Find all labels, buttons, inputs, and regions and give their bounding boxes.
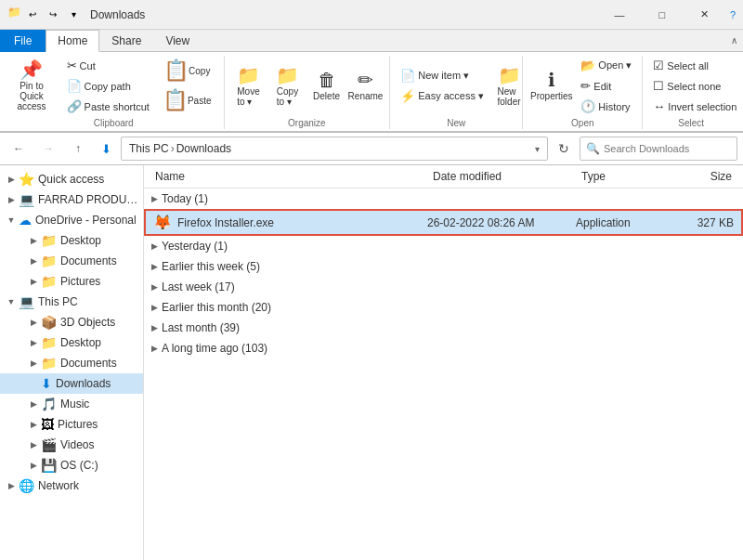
- sidebar-label-music: Music: [60, 397, 89, 410]
- edit-button[interactable]: ✏ Edit: [576, 76, 636, 96]
- sidebar-item-documents-od[interactable]: ▶ 📁 Documents: [0, 251, 143, 271]
- group-last-month[interactable]: ▶ Last month (39): [144, 318, 743, 338]
- paste-button[interactable]: 📋 Paste: [156, 86, 218, 116]
- pin-to-quick-access-button[interactable]: 📌 Pin to Quickaccess: [9, 57, 54, 115]
- sidebar-item-pictures-pc[interactable]: ▶ 🖼 Pictures: [0, 414, 143, 435]
- refresh-button[interactable]: ↻: [552, 137, 576, 161]
- col-header-name[interactable]: Name: [151, 167, 429, 186]
- open-col: 📂 Open ▾ ✏ Edit 🕐 History: [576, 56, 636, 116]
- quick-access-arrow: ▶: [4, 172, 19, 187]
- properties-button[interactable]: ℹ Properties: [528, 67, 574, 105]
- paste-shortcut-icon: 🔗: [67, 99, 82, 113]
- pictures-pc-arrow: ▶: [26, 417, 41, 432]
- group-last-week[interactable]: ▶ Last week (17): [144, 277, 743, 297]
- easy-access-button[interactable]: ⚡ Easy access ▾: [396, 86, 489, 106]
- pictures-pc-icon: 🖼: [41, 417, 54, 432]
- new-item-button[interactable]: 📄 New item ▾: [396, 66, 489, 85]
- cut-icon: ✂: [67, 59, 77, 72]
- path-dropdown-icon[interactable]: ▾: [535, 144, 540, 154]
- sidebar-item-downloads[interactable]: ⬇ Downloads: [0, 373, 143, 394]
- tab-home[interactable]: Home: [46, 30, 99, 52]
- sidebar-item-pictures-od[interactable]: ▶ 📁 Pictures: [0, 271, 143, 292]
- sidebar-item-desktop-od[interactable]: ▶ 📁 Desktop: [0, 230, 143, 251]
- group-today[interactable]: ▶ Today (1): [144, 189, 743, 209]
- tab-share[interactable]: Share: [99, 30, 153, 52]
- music-arrow: ▶: [26, 397, 41, 411]
- copy-path-button[interactable]: 📄 Copy path: [62, 76, 154, 96]
- sidebar-item-onedrive[interactable]: ▼ ☁ OneDrive - Personal: [0, 210, 143, 230]
- onedrive-icon: ☁: [19, 213, 32, 228]
- tab-file[interactable]: File: [0, 30, 46, 52]
- sidebar-item-this-pc[interactable]: ▼ 💻 This PC: [0, 292, 143, 312]
- group-today-label: Today (1): [162, 192, 208, 205]
- delete-button[interactable]: 🗑 Delete: [308, 67, 345, 105]
- 3d-arrow: ▶: [26, 315, 41, 330]
- sidebar-item-quick-access[interactable]: ▶ ⭐ Quick access: [0, 169, 143, 189]
- select-all-button[interactable]: ☑ Select all: [648, 56, 741, 75]
- delete-icon: 🗑: [318, 71, 336, 89]
- new-folder-button[interactable]: 📁 Newfolder: [490, 62, 528, 111]
- select-none-button[interactable]: ☐ Select none: [648, 76, 741, 96]
- edit-icon: ✏: [580, 79, 591, 93]
- address-bar: ← → ↑ ⬇ This PC › Downloads ▾ ↻ 🔍: [0, 133, 743, 165]
- sidebar-label-documents-pc: Documents: [60, 357, 117, 370]
- file-row-firefox[interactable]: 🦊 Firefox Installer.exe 26-02-2022 08:26…: [144, 209, 743, 236]
- sidebar-item-documents-pc[interactable]: ▶ 📁 Documents: [0, 353, 143, 373]
- col-header-size[interactable]: Size: [671, 167, 736, 186]
- sidebar-item-network[interactable]: ▶ 🌐 Network: [0, 475, 143, 496]
- desktop-od-arrow: ▶: [26, 233, 41, 248]
- sidebar-item-videos[interactable]: ▶ 🎬 Videos: [0, 435, 143, 455]
- sidebar-label-pictures-pc: Pictures: [58, 418, 98, 431]
- group-earlier-week[interactable]: ▶ Earlier this week (5): [144, 256, 743, 277]
- undo-btn[interactable]: ↩: [23, 6, 42, 24]
- paste-shortcut-button[interactable]: 🔗 Paste shortcut: [62, 97, 154, 116]
- col-header-type[interactable]: Type: [578, 167, 671, 186]
- title-bar-folder-icon: 📁: [7, 6, 21, 24]
- group-long-ago[interactable]: ▶ A long time ago (103): [144, 338, 743, 358]
- maximize-button[interactable]: □: [641, 0, 684, 30]
- search-input[interactable]: [604, 143, 732, 154]
- copy-button[interactable]: 📋 Copy: [157, 57, 216, 86]
- sidebar-label-onedrive: OneDrive - Personal: [35, 214, 137, 227]
- back-button[interactable]: ←: [6, 137, 32, 161]
- group-long-ago-label: A long time ago (103): [162, 342, 267, 355]
- group-last-month-label: Last month (39): [162, 321, 240, 334]
- group-yesterday[interactable]: ▶ Yesterday (1): [144, 236, 743, 256]
- copy-paste-col: ✂ Cut 📄 Copy path 🔗 Paste shortcut: [62, 56, 154, 116]
- firefox-icon: 🦊: [153, 214, 172, 231]
- up-button[interactable]: ↑: [65, 137, 91, 161]
- redo-btn[interactable]: ↪: [44, 6, 62, 24]
- copy-path-icon: 📄: [67, 79, 82, 93]
- close-button[interactable]: ✕: [684, 0, 726, 30]
- group-today-arrow: ▶: [151, 194, 158, 203]
- file-size-firefox: 327 KB: [669, 216, 734, 229]
- title-bar: 📁 ↩ ↪ ▾ Downloads — □ ✕ ?: [0, 0, 743, 30]
- history-button[interactable]: 🕐 History: [576, 97, 636, 116]
- sidebar-item-farrad[interactable]: ▶ 💻 FARRAD PRODUCTION: [0, 189, 143, 210]
- this-pc-icon: 💻: [19, 294, 34, 309]
- customize-btn[interactable]: ▾: [64, 6, 83, 24]
- col-header-date[interactable]: Date modified: [429, 167, 578, 186]
- sidebar-item-music[interactable]: ▶ 🎵 Music: [0, 394, 143, 414]
- desktop-od-icon: 📁: [41, 233, 57, 248]
- group-earlier-month[interactable]: ▶ Earlier this month (20): [144, 297, 743, 318]
- group-earlier-month-label: Earlier this month (20): [162, 301, 271, 314]
- ribbon-group-open: ℹ Properties 📂 Open ▾ ✏ Edit 🕐 History: [523, 56, 643, 129]
- invert-selection-button[interactable]: ↔ Invert selection: [648, 97, 741, 116]
- move-to-button[interactable]: 📁 Moveto ▾: [230, 62, 267, 111]
- sidebar-item-3d-objects[interactable]: ▶ 📦 3D Objects: [0, 312, 143, 332]
- sidebar-item-desktop-pc[interactable]: ▶ 📁 Desktop: [0, 332, 143, 353]
- sidebar-item-os-c[interactable]: ▶ 💾 OS (C:): [0, 455, 143, 475]
- copy-to-button[interactable]: 📁 Copyto ▾: [269, 62, 306, 111]
- tab-view[interactable]: View: [153, 30, 202, 52]
- collapse-ribbon-btn[interactable]: ∧: [731, 35, 737, 46]
- minimize-button[interactable]: —: [598, 0, 641, 30]
- sidebar-label-videos: Videos: [60, 438, 94, 451]
- open-button[interactable]: 📂 Open ▾: [576, 56, 636, 75]
- forward-button[interactable]: →: [35, 137, 61, 161]
- cut-button[interactable]: ✂ Cut: [62, 56, 154, 75]
- help-icon[interactable]: ?: [730, 9, 736, 20]
- rename-button[interactable]: ✏ Rename: [347, 67, 385, 105]
- address-path[interactable]: This PC › Downloads ▾: [121, 137, 548, 161]
- pictures-od-arrow: ▶: [26, 274, 41, 289]
